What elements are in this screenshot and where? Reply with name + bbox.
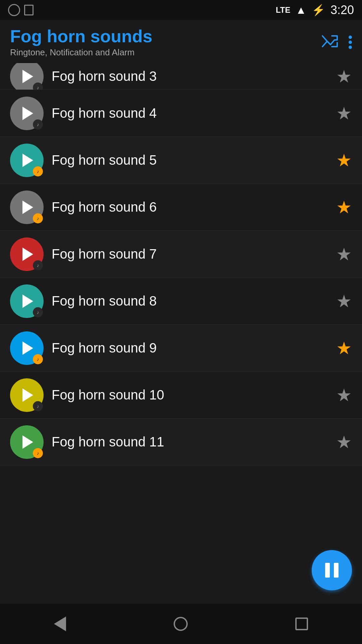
play-button-container[interactable]: ♪ <box>10 191 44 224</box>
sound-list: ♪Fog horn sound 3★♪Fog horn sound 4★♪Fog… <box>0 63 362 466</box>
music-note-badge: ♪ <box>33 166 43 176</box>
sound-name: Fog horn sound 9 <box>44 340 336 356</box>
favorite-star-button[interactable]: ★ <box>336 432 352 452</box>
time-display: 3:20 <box>330 3 354 17</box>
favorite-star-button[interactable]: ★ <box>336 103 352 123</box>
more-options-button[interactable] <box>349 36 352 49</box>
music-note-badge: ♪ <box>33 260 43 270</box>
list-item[interactable]: ♪Fog horn sound 6★ <box>0 184 362 231</box>
play-button-container[interactable]: ♪ <box>10 144 44 177</box>
music-note-badge: ♪ <box>33 401 43 411</box>
back-icon <box>54 616 66 631</box>
sound-name: Fog horn sound 11 <box>44 434 336 449</box>
favorite-star-button[interactable]: ★ <box>336 244 352 264</box>
sound-name: Fog horn sound 6 <box>44 200 336 215</box>
play-button-container[interactable]: ♪ <box>10 331 44 365</box>
play-button-container[interactable]: ♪ <box>10 284 44 318</box>
play-triangle-icon <box>22 201 33 214</box>
play-triangle-icon <box>22 70 33 83</box>
page-subtitle: Ringtone, Notification and Alarm <box>10 47 153 58</box>
shuffle-button[interactable] <box>321 33 339 52</box>
list-item[interactable]: ♪Fog horn sound 9★ <box>0 325 362 372</box>
favorite-star-button[interactable]: ★ <box>336 385 352 405</box>
lte-label: LTE <box>276 5 291 15</box>
list-item[interactable]: ♪Fog horn sound 5★ <box>0 137 362 184</box>
pause-bar-left <box>325 563 330 578</box>
battery-icon: ⚡ <box>312 4 325 16</box>
music-note-badge: ♪ <box>33 307 43 317</box>
play-button-container[interactable]: ♪ <box>10 97 44 130</box>
play-triangle-icon <box>22 435 33 449</box>
sound-name: Fog horn sound 7 <box>44 247 336 262</box>
home-icon <box>174 617 188 631</box>
back-button[interactable] <box>47 610 73 638</box>
sound-name: Fog horn sound 10 <box>44 387 336 402</box>
list-item[interactable]: ♪Fog horn sound 11★ <box>0 419 362 466</box>
music-note-badge: ♪ <box>33 354 43 364</box>
home-button[interactable] <box>167 610 194 638</box>
recents-button[interactable] <box>289 611 315 637</box>
status-bar-right: LTE ▲ ⚡ 3:20 <box>276 3 354 17</box>
header-actions <box>321 33 352 52</box>
pause-button[interactable] <box>312 550 352 590</box>
favorite-star-button[interactable]: ★ <box>336 150 352 170</box>
play-button-container[interactable]: ♪ <box>10 425 44 459</box>
sound-name: Fog horn sound 5 <box>44 153 336 168</box>
play-triangle-icon <box>22 107 33 120</box>
recents-icon <box>295 618 308 630</box>
sim-icon <box>24 5 34 15</box>
play-triangle-icon <box>22 341 33 355</box>
music-note-badge: ♪ <box>33 119 43 129</box>
status-bar-left <box>8 4 34 16</box>
sound-name: Fog horn sound 3 <box>44 69 336 84</box>
status-bar: LTE ▲ ⚡ 3:20 <box>0 0 362 20</box>
camera-icon <box>8 4 20 16</box>
list-item[interactable]: ♪Fog horn sound 7★ <box>0 231 362 278</box>
music-note-badge: ♪ <box>33 213 43 223</box>
favorite-star-button[interactable]: ★ <box>336 338 352 358</box>
list-item[interactable]: ♪Fog horn sound 10★ <box>0 372 362 419</box>
header: Fog horn sounds Ringtone, Notification a… <box>0 20 362 63</box>
bottom-navigation <box>0 604 362 644</box>
play-button-container[interactable]: ♪ <box>10 237 44 271</box>
play-triangle-icon <box>22 388 33 402</box>
sound-name: Fog horn sound 4 <box>44 106 336 121</box>
favorite-star-button[interactable]: ★ <box>336 291 352 311</box>
signal-icon: ▲ <box>296 4 306 16</box>
sound-name: Fog horn sound 8 <box>44 293 336 309</box>
favorite-star-button[interactable]: ★ <box>336 66 352 87</box>
list-item[interactable]: ♪Fog horn sound 3★ <box>0 63 362 90</box>
play-button-container[interactable]: ♪ <box>10 63 44 90</box>
list-item[interactable]: ♪Fog horn sound 8★ <box>0 278 362 325</box>
pause-icon <box>325 563 339 578</box>
play-triangle-icon <box>22 294 33 308</box>
music-note-badge: ♪ <box>33 448 43 458</box>
play-triangle-icon <box>22 154 33 167</box>
page-title: Fog horn sounds <box>10 27 153 46</box>
play-triangle-icon <box>22 248 33 261</box>
list-item[interactable]: ♪Fog horn sound 4★ <box>0 90 362 137</box>
play-button-container[interactable]: ♪ <box>10 378 44 412</box>
header-left: Fog horn sounds Ringtone, Notification a… <box>10 27 153 58</box>
pause-bar-right <box>334 563 339 578</box>
favorite-star-button[interactable]: ★ <box>336 197 352 217</box>
